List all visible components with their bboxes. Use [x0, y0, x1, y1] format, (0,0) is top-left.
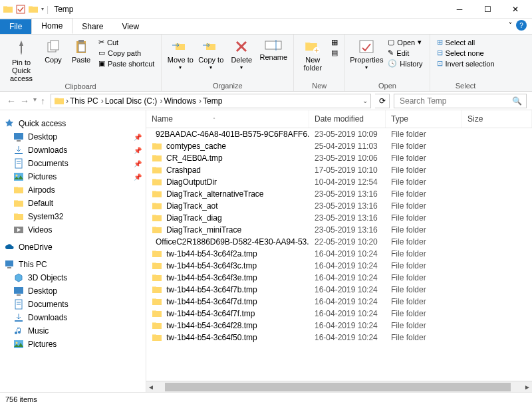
- ribbon-collapse-icon[interactable]: ˅: [509, 21, 512, 29]
- copy-path-button[interactable]: ▭Copy path: [96, 48, 157, 58]
- nav-item[interactable]: Documents📌: [0, 157, 146, 170]
- breadcrumb-seg[interactable]: This PC›: [70, 96, 104, 106]
- file-row[interactable]: comtypes_cache 25-04-2019 11:03 File fol…: [146, 140, 532, 152]
- file-row[interactable]: tw-1b44-b54-3c64f7b.tmp 16-04-2019 10:24…: [146, 284, 532, 296]
- nav-item[interactable]: Downloads: [0, 311, 146, 324]
- file-row[interactable]: CR_4EB0A.tmp 23-05-2019 10:06 File folde…: [146, 152, 532, 164]
- nav-recent-button[interactable]: ▾: [32, 96, 38, 106]
- nav-item[interactable]: Documents: [0, 298, 146, 311]
- svg-rect-6: [265, 41, 281, 49]
- refresh-button[interactable]: ⟳: [375, 94, 390, 108]
- breadcrumb-seg[interactable]: Local Disc (C:)›: [105, 96, 163, 106]
- nav-item[interactable]: Desktop: [0, 284, 146, 298]
- ribbon-group-select: ⊞Select all ⊟Select none ⊡Invert selecti…: [430, 35, 501, 91]
- file-row[interactable]: DiagTrack_diag 23-05-2019 13:16 File fol…: [146, 212, 532, 224]
- pin-quick-access-button[interactable]: Pin to Quick access: [4, 36, 39, 82]
- select-none-icon: ⊟: [437, 49, 443, 57]
- rename-button[interactable]: Rename: [257, 36, 289, 61]
- checkbox-icon[interactable]: [16, 5, 25, 14]
- nav-item[interactable]: Videos: [0, 223, 146, 237]
- file-row[interactable]: 92BAADAC-46A8-401B-B575-9C6F8AFF6... 23-…: [146, 128, 532, 140]
- nav-this-pc[interactable]: This PC: [0, 258, 146, 271]
- new-item-button[interactable]: ▦: [329, 37, 340, 47]
- column-name[interactable]: Name˄: [146, 110, 309, 128]
- column-date[interactable]: Date modified: [309, 110, 386, 128]
- file-row[interactable]: OfficeC2R1886D69B-D582-4E30-AA94-53... 2…: [146, 236, 532, 248]
- paste-button[interactable]: Paste: [68, 36, 94, 64]
- nav-forward-button[interactable]: →: [19, 96, 31, 106]
- folder-icon: [28, 4, 39, 15]
- paste-shortcut-button[interactable]: ▣Paste shortcut: [96, 58, 157, 68]
- invert-selection-button[interactable]: ⊡Invert selection: [434, 58, 497, 68]
- nav-item[interactable]: System32: [0, 210, 146, 223]
- tab-view[interactable]: View: [112, 19, 148, 34]
- svg-rect-20: [7, 267, 11, 268]
- cut-button[interactable]: ✂Cut: [96, 37, 157, 47]
- file-row[interactable]: tw-1b44-b54-3c64f3c.tmp 16-04-2019 10:24…: [146, 260, 532, 272]
- file-row[interactable]: tw-1b44-b54-3c64f3e.tmp 16-04-2019 10:24…: [146, 272, 532, 284]
- maximize-button[interactable]: ☐: [473, 0, 501, 19]
- column-size[interactable]: Size: [462, 110, 532, 128]
- nav-item[interactable]: Downloads📌: [0, 144, 146, 157]
- nav-quick-access[interactable]: Quick access: [0, 117, 146, 130]
- breadcrumb-seg[interactable]: Windows›: [164, 96, 201, 106]
- file-row[interactable]: tw-1b44-b54-3c64f50.tmp 16-04-2019 10:24…: [146, 332, 532, 344]
- tab-file[interactable]: File: [0, 19, 31, 34]
- select-none-button[interactable]: ⊟Select none: [434, 48, 497, 58]
- breadcrumb[interactable]: › This PC› Local Disc (C:)› Windows› Tem…: [51, 94, 371, 108]
- delete-button[interactable]: Delete▾: [227, 36, 256, 71]
- edit-button[interactable]: ✎Edit: [385, 48, 425, 58]
- file-row[interactable]: DiagTrack_miniTrace 23-05-2019 13:16 Fil…: [146, 224, 532, 236]
- open-button[interactable]: ▢Open ▾: [385, 37, 425, 47]
- close-button[interactable]: ✕: [501, 0, 529, 19]
- svg-rect-21: [14, 287, 23, 294]
- help-icon[interactable]: ?: [516, 20, 527, 31]
- svg-rect-26: [15, 320, 23, 322]
- navigation-pane[interactable]: Quick accessDesktop📌Downloads📌Documents📌…: [0, 110, 146, 392]
- file-row[interactable]: DiagOutputDir 10-04-2019 12:54 File fold…: [146, 176, 532, 188]
- svg-rect-9: [360, 41, 373, 52]
- nav-item[interactable]: Airpods: [0, 183, 146, 197]
- nav-item[interactable]: 3D Objects: [0, 271, 146, 284]
- search-input[interactable]: [398, 96, 512, 106]
- svg-rect-12: [15, 153, 23, 154]
- new-folder-button[interactable]: New folder: [298, 36, 327, 72]
- file-row[interactable]: tw-1b44-b54-3c64f28.tmp 16-04-2019 10:24…: [146, 320, 532, 332]
- move-to-button[interactable]: Move to▾: [166, 36, 195, 71]
- copy-to-button[interactable]: Copy to▾: [196, 36, 225, 71]
- nav-item[interactable]: Pictures: [0, 338, 146, 351]
- file-row[interactable]: Crashpad 17-05-2019 10:10 File folder: [146, 164, 532, 176]
- nav-item[interactable]: Desktop📌: [0, 130, 146, 144]
- ribbon: Pin to Quick access Copy Paste ✂Cut ▭Cop…: [0, 35, 532, 92]
- nav-back-button[interactable]: ←: [5, 96, 17, 106]
- minimize-button[interactable]: ─: [446, 0, 473, 19]
- horizontal-scrollbar[interactable]: ◄►: [146, 381, 532, 392]
- nav-onedrive[interactable]: OneDrive: [0, 241, 146, 254]
- file-row[interactable]: tw-1b44-b54-3c64f2a.tmp 16-04-2019 10:24…: [146, 248, 532, 260]
- tab-home[interactable]: Home: [31, 18, 72, 34]
- nav-item[interactable]: Default: [0, 197, 146, 210]
- select-all-button[interactable]: ⊞Select all: [434, 37, 497, 47]
- path-icon: ▭: [98, 49, 105, 57]
- easy-access-button[interactable]: ▤: [329, 48, 340, 58]
- history-button[interactable]: 🕓History: [385, 58, 425, 68]
- nav-item[interactable]: Music: [0, 324, 146, 338]
- svg-rect-22: [17, 294, 21, 296]
- breadcrumb-dropdown[interactable]: ⌄: [362, 97, 368, 104]
- nav-up-button[interactable]: ↑: [39, 96, 47, 106]
- qat-dropdown[interactable]: ▾: [41, 6, 44, 12]
- file-row[interactable]: tw-1b44-b54-3c64f7f.tmp 16-04-2019 10:24…: [146, 308, 532, 320]
- svg-rect-11: [17, 140, 21, 142]
- copy-button[interactable]: Copy: [40, 36, 66, 64]
- tab-share[interactable]: Share: [72, 19, 112, 34]
- sort-asc-icon: ˄: [213, 117, 215, 123]
- column-type[interactable]: Type: [386, 110, 462, 128]
- search-box[interactable]: 🔍: [394, 94, 527, 108]
- pin-icon: 📌: [134, 173, 142, 181]
- nav-item[interactable]: Pictures📌: [0, 170, 146, 183]
- properties-button[interactable]: Properties▾: [349, 36, 384, 71]
- breadcrumb-seg[interactable]: Temp: [203, 96, 222, 106]
- file-row[interactable]: DiagTrack_alternativeTrace 23-05-2019 13…: [146, 188, 532, 200]
- file-row[interactable]: DiagTrack_aot 23-05-2019 13:16 File fold…: [146, 200, 532, 212]
- file-row[interactable]: tw-1b44-b54-3c64f7d.tmp 16-04-2019 10:24…: [146, 296, 532, 308]
